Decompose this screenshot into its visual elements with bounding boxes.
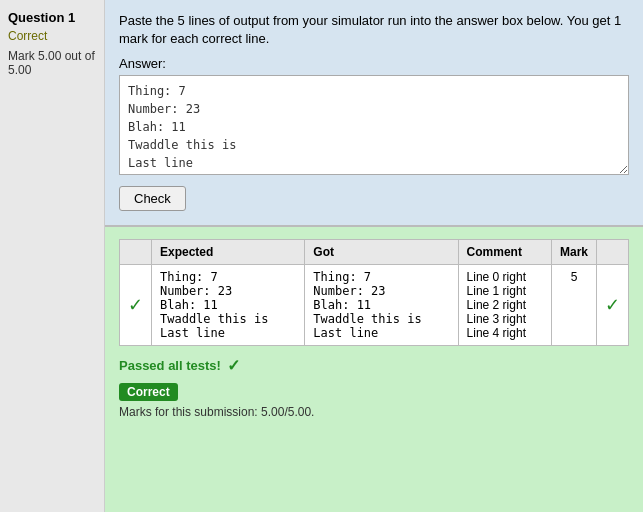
- passed-checkmark-icon: ✓: [227, 356, 240, 375]
- row-expected: Thing: 7 Number: 23 Blah: 11 Twaddle thi…: [152, 265, 305, 346]
- question-area: Paste the 5 lines of output from your si…: [105, 0, 643, 227]
- main-content: Paste the 5 lines of output from your si…: [105, 0, 643, 512]
- table-row: ✓ Thing: 7 Number: 23 Blah: 11 Twaddle t…: [120, 265, 629, 346]
- question-text: Paste the 5 lines of output from your si…: [119, 12, 629, 48]
- mark-info: Mark 5.00 out of 5.00: [8, 49, 96, 77]
- answer-textarea[interactable]: Thing: 7 Number: 23 Blah: 11 Twaddle thi…: [119, 75, 629, 175]
- results-table: Expected Got Comment Mark ✓ Thing: 7 Num…: [119, 239, 629, 346]
- col-header-comment: Comment: [458, 240, 551, 265]
- check-button[interactable]: Check: [119, 186, 186, 211]
- row-got: Thing: 7 Number: 23 Blah: 11 Twaddle thi…: [305, 265, 458, 346]
- col-header-got: Got: [305, 240, 458, 265]
- question-title: Question 1: [8, 10, 96, 25]
- passed-message: Passed all tests! ✓: [119, 356, 629, 375]
- correct-label: Correct: [8, 29, 96, 43]
- marks-text: Marks for this submission: 5.00/5.00.: [119, 405, 629, 419]
- col-header-expected: Expected: [152, 240, 305, 265]
- answer-label: Answer:: [119, 56, 629, 71]
- correct-badge: Correct: [119, 383, 178, 401]
- col-header-check: [120, 240, 152, 265]
- row-comment: Line 0 rightLine 1 rightLine 2 rightLine…: [458, 265, 551, 346]
- row-mark: 5: [551, 265, 596, 346]
- row-check-icon: ✓: [120, 265, 152, 346]
- col-header-mark: Mark: [551, 240, 596, 265]
- row-right-check: ✓: [597, 265, 629, 346]
- sidebar: Question 1 Correct Mark 5.00 out of 5.00: [0, 0, 105, 512]
- col-header-right: [597, 240, 629, 265]
- results-area: Expected Got Comment Mark ✓ Thing: 7 Num…: [105, 227, 643, 512]
